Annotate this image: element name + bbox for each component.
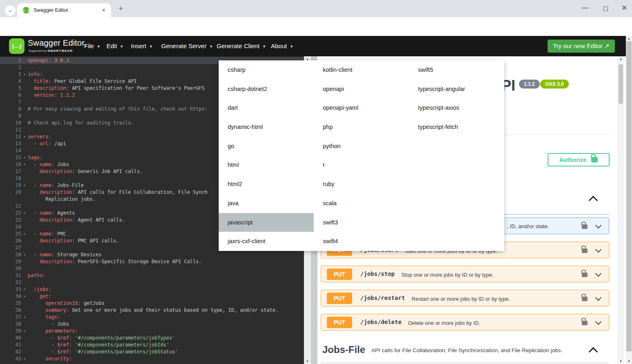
lock-icon[interactable]	[582, 224, 588, 229]
endpoint-row-put--jobs-delete[interactable]: PUT/jobs/deleteDelete one or more jobs b…	[321, 314, 609, 331]
code-line[interactable]: 34▾ get:	[0, 293, 304, 300]
fold-icon[interactable]: ▾	[21, 154, 28, 161]
code-line[interactable]: 38 - Jobs	[0, 321, 304, 328]
tab-search-icon[interactable]: ⌄	[5, 5, 16, 16]
generate-client-option-go[interactable]: go	[219, 137, 314, 156]
line-number: 21	[0, 203, 21, 210]
fold-icon[interactable]: ▾	[21, 293, 28, 300]
generate-client-option-openapi[interactable]: openapi	[314, 80, 409, 99]
chevron-down-icon[interactable]	[595, 295, 602, 301]
lock-icon[interactable]	[582, 297, 588, 301]
lock-icon[interactable]	[582, 321, 588, 325]
panel-scrollbar[interactable]: ▲ ▼	[617, 56, 624, 364]
scroll-down-icon[interactable]: ▼	[304, 360, 311, 363]
generate-client-option-java[interactable]: java	[219, 194, 314, 213]
generate-client-option-typescript-fetch[interactable]: typescript-fetch	[409, 118, 504, 137]
code-line[interactable]: 39▾ parameters:	[0, 328, 304, 335]
generate-client-option-php[interactable]: php	[314, 118, 409, 137]
tab-close-icon[interactable]: ✕	[100, 7, 107, 13]
scroll-up-icon[interactable]: ▲	[617, 57, 624, 61]
menu-edit[interactable]: Edit▼	[106, 36, 124, 56]
page-scrollbar[interactable]: ▲ ▼	[626, 36, 632, 364]
line-number: 6	[0, 92, 21, 99]
code-line[interactable]: 40 - $ref: '#/components/parameters/jobT…	[0, 335, 304, 342]
fold-icon[interactable]: ▾	[21, 314, 28, 321]
generate-client-option-html2[interactable]: html2	[219, 175, 314, 194]
generate-client-option-javascript[interactable]: javascript	[219, 213, 314, 232]
jobs-section-collapse-icon[interactable]	[589, 196, 598, 205]
code-line[interactable]: 42 - $ref: '#/components/parameters/jobS…	[0, 348, 304, 355]
menu-insert[interactable]: Insert▼	[131, 36, 153, 56]
fold-icon[interactable]: ▾	[21, 355, 28, 362]
generate-client-option-ruby[interactable]: ruby	[314, 175, 409, 194]
fold-icon[interactable]: ▾	[21, 71, 28, 78]
code-line[interactable]: 37▾ tags:	[0, 314, 304, 321]
endpoint-row-put--jobs-restart[interactable]: PUT/jobs/restartRestart one or more jobs…	[321, 290, 609, 306]
generate-client-option-swift3[interactable]: swift3	[314, 213, 409, 232]
code-line[interactable]: 43▾ security:	[0, 355, 304, 362]
scroll-up-icon[interactable]: ▲	[626, 37, 632, 40]
authorize-button[interactable]: Authorize	[548, 153, 610, 166]
jobs-file-heading[interactable]: Jobs-File	[322, 344, 365, 355]
line-number: 24	[0, 224, 21, 231]
fold-icon[interactable]: ▾	[21, 133, 28, 140]
code-line[interactable]: 31paths:	[0, 272, 304, 279]
scrollbar-thumb[interactable]	[626, 41, 632, 351]
code-line[interactable]: 28▾ - name: Storage Devices	[0, 251, 304, 258]
generate-client-option-dart[interactable]: dart	[219, 98, 314, 118]
try-new-editor-button[interactable]: Try our new Editor ↗	[548, 40, 615, 53]
generate-client-option-swift5[interactable]: swift5	[409, 60, 504, 80]
code-line[interactable]: 29 description: PeerGFS-Specific Storage…	[0, 258, 304, 265]
scroll-down-icon[interactable]: ▼	[626, 360, 632, 363]
chevron-down-icon[interactable]	[595, 319, 602, 325]
line-number: 43	[0, 355, 21, 362]
generate-client-option-jaxrs-cxf-client[interactable]: jaxrs-cxf-client	[219, 232, 314, 251]
maximize-icon[interactable]	[603, 7, 608, 11]
line-number: 31	[0, 272, 21, 279]
lock-icon[interactable]	[582, 273, 588, 277]
browser-tab[interactable]: {…} Swagger Editor ✕	[17, 3, 111, 17]
lock-icon[interactable]	[582, 249, 588, 253]
code-line[interactable]: 35 operationId: getJobs	[0, 300, 304, 307]
fold-icon[interactable]: ▾	[21, 286, 28, 293]
menu-file[interactable]: File▼	[84, 36, 100, 56]
fold-icon[interactable]: ▾	[21, 231, 28, 237]
generate-client-option-dynamic-html[interactable]: dynamic-html	[219, 118, 314, 137]
close-icon[interactable]: ✕	[621, 4, 627, 12]
fold-icon[interactable]: ▾	[21, 328, 28, 335]
generate-client-option-openapi-yaml[interactable]: openapi-yaml	[314, 98, 409, 118]
scrollbar-thumb[interactable]	[619, 64, 623, 104]
menu-generate-server[interactable]: Generate Server▼	[161, 36, 213, 56]
fold-icon[interactable]: ▾	[21, 161, 28, 168]
fold-icon[interactable]: ▾	[21, 210, 28, 217]
code-line[interactable]: 30	[0, 265, 304, 272]
generate-client-option-scala[interactable]: scala	[314, 194, 409, 213]
code-line[interactable]: 41 - $ref: '#/components/parameters/jobI…	[0, 342, 304, 348]
minimize-icon[interactable]: —	[581, 3, 589, 12]
code-line[interactable]: 33▾ /jobs:	[0, 286, 304, 293]
menu-generate-client[interactable]: Generate Client▼	[217, 36, 266, 56]
jobs-file-collapse-icon[interactable]	[589, 347, 598, 357]
generate-client-option-kotlin-client[interactable]: kotlin-client	[314, 60, 409, 80]
chevron-down-icon[interactable]	[595, 222, 602, 229]
line-number: 4	[0, 78, 21, 85]
generate-client-option-html[interactable]: html	[219, 155, 314, 175]
line-number: 23	[0, 217, 21, 224]
fold-icon[interactable]: ▾	[21, 182, 28, 189]
fold-icon[interactable]: ▾	[21, 251, 28, 258]
generate-client-option-typescript-angular[interactable]: typescript-angular	[409, 80, 504, 99]
code-line[interactable]: 36 summary: Get one or more jobs and the…	[0, 307, 304, 314]
scroll-down-icon[interactable]: ▼	[617, 360, 624, 363]
code-line[interactable]: 32	[0, 279, 304, 286]
menu-about[interactable]: About▼	[271, 36, 293, 56]
generate-client-option-swift4[interactable]: swift4	[314, 232, 409, 251]
generate-client-option-csharp-dotnet2[interactable]: csharp-dotnet2	[219, 80, 314, 99]
generate-client-option-r[interactable]: r	[314, 155, 409, 175]
chevron-down-icon[interactable]	[595, 271, 602, 277]
generate-client-option-csharp[interactable]: csharp	[219, 60, 314, 80]
endpoint-row-put--jobs-stop[interactable]: PUT/jobs/stopStop one or more jobs by ID…	[321, 266, 609, 282]
generate-client-option-typescript-axios[interactable]: typescript-axios	[409, 98, 504, 118]
chevron-down-icon[interactable]	[595, 246, 602, 253]
new-tab-icon[interactable]: +	[116, 4, 126, 13]
generate-client-option-python[interactable]: python	[314, 137, 409, 156]
